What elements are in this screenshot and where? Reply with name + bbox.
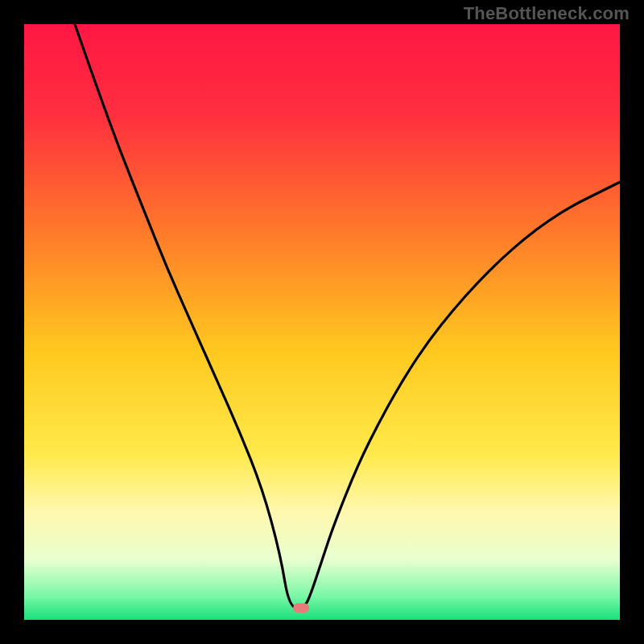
optimal-marker (293, 603, 309, 613)
chart-frame: TheBottleneck.com (0, 0, 644, 644)
watermark-text: TheBottleneck.com (464, 3, 630, 24)
chart-svg (24, 24, 620, 620)
gradient-background (24, 24, 620, 620)
plot-area (24, 24, 620, 620)
